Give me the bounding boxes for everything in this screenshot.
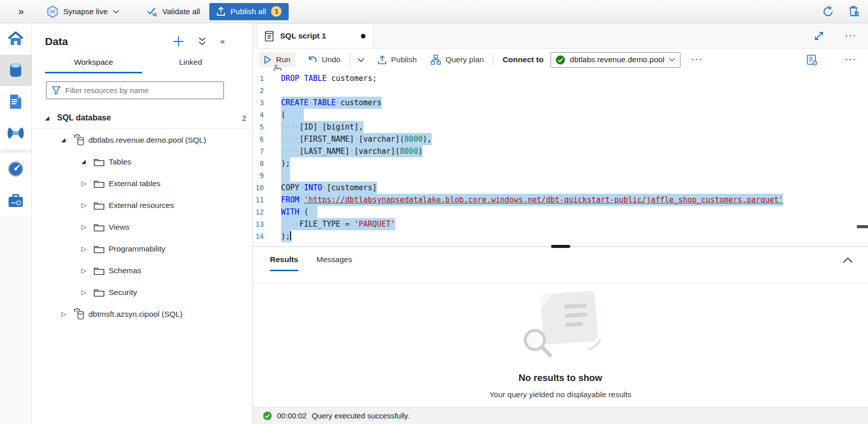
tree-item[interactable]: ▷dbtmsft.azsyn.cipool (SQL) bbox=[32, 303, 252, 325]
validate-icon bbox=[147, 7, 158, 17]
nav-data-button[interactable] bbox=[0, 55, 31, 86]
editor-more-actions-icon[interactable]: ··· bbox=[845, 55, 857, 65]
rail-divider bbox=[6, 151, 25, 151]
code-text-selected: ····[ID]·[bigint], bbox=[281, 121, 363, 133]
tree-item[interactable]: ▷Schemas bbox=[32, 260, 252, 281]
database-icon bbox=[8, 62, 23, 78]
tab-more-actions-icon[interactable]: ··· bbox=[845, 31, 857, 41]
validate-all-button[interactable]: Validate all bbox=[147, 7, 200, 17]
undo-button[interactable]: Undo bbox=[302, 52, 345, 67]
code-line[interactable]: 14); bbox=[253, 230, 868, 242]
collapse-results-icon[interactable] bbox=[843, 257, 853, 263]
folder-icon bbox=[94, 266, 109, 275]
undo-redo-dropdown-icon[interactable] bbox=[354, 55, 368, 65]
nav-home-button[interactable] bbox=[0, 23, 31, 55]
code-line[interactable]: 5····[ID]·[bigint], bbox=[253, 121, 868, 133]
resource-tree: ◢SQL database2◢dbtlabs.revenue.demo.pool… bbox=[32, 107, 252, 325]
tab-sql-script-1[interactable]: SQL script 1 bbox=[257, 23, 373, 48]
publish-all-button[interactable]: Publish all 1 bbox=[209, 3, 289, 20]
tree-item[interactable]: ▷Programmability bbox=[32, 238, 252, 260]
code-text: DROP TABLE customers; bbox=[281, 72, 377, 84]
code-line[interactable]: 13····FILE_TYPE·=·'PARQUET' bbox=[253, 218, 868, 230]
query-plan-button[interactable]: Query plan bbox=[426, 52, 489, 68]
nav-integrate-button[interactable] bbox=[0, 117, 31, 149]
filter-resources-input[interactable] bbox=[65, 86, 218, 95]
line-number: 6 bbox=[253, 133, 264, 145]
tree-item[interactable]: ◢dbtlabs.revenue.demo.pool (SQL) bbox=[32, 129, 252, 151]
sql-code-editor[interactable]: 1DROP TABLE customers;23CREATE·TABLE·cus… bbox=[253, 71, 868, 246]
connect-to-dropdown[interactable]: dbtlabs.revenue.demo.pool bbox=[551, 52, 680, 68]
expand-arrow-icon[interactable]: ▷ bbox=[81, 180, 94, 187]
home-icon bbox=[7, 31, 24, 47]
run-button[interactable]: Run bbox=[259, 52, 295, 67]
no-results-subtitle: Your query yielded no displayable result… bbox=[489, 390, 631, 399]
toolbox-icon bbox=[8, 193, 24, 208]
nav-monitor-button[interactable] bbox=[0, 153, 31, 185]
expand-rail-icon[interactable]: » bbox=[18, 6, 24, 17]
line-number: 5 bbox=[253, 121, 264, 133]
tab-linked[interactable]: Linked bbox=[142, 58, 239, 73]
line-number: 12 bbox=[253, 206, 264, 218]
expand-arrow-icon[interactable]: ▷ bbox=[61, 310, 73, 318]
expand-arrow-icon[interactable]: ▷ bbox=[81, 201, 94, 209]
nav-develop-button[interactable] bbox=[0, 86, 31, 117]
code-line[interactable]: 9 bbox=[253, 169, 868, 182]
expand-arrow-icon[interactable]: ▷ bbox=[81, 288, 94, 296]
tree-item[interactable]: ▷External resources bbox=[32, 194, 252, 216]
code-line[interactable]: 7····[LAST_NAME]·[varchar](8000) bbox=[253, 145, 868, 157]
code-line[interactable]: 2 bbox=[253, 84, 868, 97]
tree-item[interactable]: ◢Tables bbox=[32, 151, 252, 173]
tab-workspace[interactable]: Workspace bbox=[45, 58, 142, 73]
connect-to-label: Connect to bbox=[502, 55, 543, 64]
no-results-title: No results to show bbox=[519, 372, 603, 384]
line-number: 4 bbox=[253, 109, 264, 121]
code-line[interactable]: 4( bbox=[253, 109, 868, 121]
code-line[interactable]: 8); bbox=[253, 157, 868, 169]
toolbar-divider bbox=[350, 54, 350, 66]
code-line[interactable]: 11FROM·'https://dbtlabsynapsedatalake.bl… bbox=[253, 194, 868, 206]
expand-editor-icon[interactable] bbox=[814, 31, 824, 41]
code-line[interactable]: 3CREATE·TABLE·customers bbox=[253, 97, 868, 109]
line-number: 8 bbox=[253, 157, 264, 169]
folder-icon bbox=[94, 244, 109, 253]
expand-arrow-icon[interactable]: ▷ bbox=[81, 223, 94, 231]
script-properties-icon[interactable] bbox=[806, 54, 818, 66]
text-cursor bbox=[290, 231, 291, 240]
tree-item[interactable]: ▷External tables bbox=[32, 173, 252, 194]
tree-item[interactable]: ◢SQL database2 bbox=[32, 107, 252, 129]
sql-script-icon bbox=[264, 30, 275, 42]
code-text-selected: ); bbox=[281, 157, 290, 169]
code-line[interactable]: 12WITH·( bbox=[253, 206, 868, 218]
pool-icon bbox=[73, 134, 88, 146]
discard-trash-icon[interactable] bbox=[848, 5, 860, 18]
play-icon bbox=[264, 55, 271, 64]
expand-arrow-icon[interactable]: ▷ bbox=[81, 267, 94, 274]
line-number: 11 bbox=[253, 194, 264, 206]
splitter-grip[interactable] bbox=[551, 245, 570, 248]
refresh-icon[interactable] bbox=[822, 6, 834, 18]
editor-scrollbar-fragment[interactable] bbox=[857, 225, 868, 228]
tree-item-label: dbtlabs.revenue.demo.pool (SQL) bbox=[88, 136, 206, 145]
tab-results[interactable]: Results bbox=[270, 255, 298, 271]
code-line[interactable]: 10COPY·INTO·[customers] bbox=[253, 182, 868, 194]
code-text-selected bbox=[281, 169, 290, 182]
collapse-arrow-icon[interactable]: ◢ bbox=[45, 115, 57, 121]
collapse-arrow-icon[interactable]: ◢ bbox=[61, 137, 73, 143]
collapse-arrow-icon[interactable]: ◢ bbox=[81, 158, 94, 165]
document-tab-bar: SQL script 1 ··· bbox=[253, 23, 868, 49]
publish-button[interactable]: Publish bbox=[373, 52, 422, 68]
toolbar-more-actions-icon[interactable]: ··· bbox=[692, 55, 703, 65]
nav-manage-button[interactable] bbox=[0, 185, 31, 216]
expand-all-icon[interactable] bbox=[198, 37, 206, 46]
collapse-panel-icon[interactable]: « bbox=[220, 36, 225, 47]
expand-arrow-icon[interactable]: ▷ bbox=[81, 245, 94, 252]
code-line[interactable]: 1DROP TABLE customers; bbox=[253, 72, 868, 84]
mode-selector[interactable]: Synapse live bbox=[47, 6, 119, 18]
add-resource-icon[interactable] bbox=[173, 36, 184, 47]
tree-item[interactable]: ▷Security bbox=[32, 281, 252, 303]
gauge-icon bbox=[8, 161, 24, 177]
tree-item[interactable]: ▷Views bbox=[32, 216, 252, 238]
tab-messages[interactable]: Messages bbox=[316, 255, 352, 271]
tree-item-label: External resources bbox=[109, 201, 174, 210]
code-line[interactable]: 6····[FIRST_NAME]·[varchar](8000), bbox=[253, 133, 868, 145]
